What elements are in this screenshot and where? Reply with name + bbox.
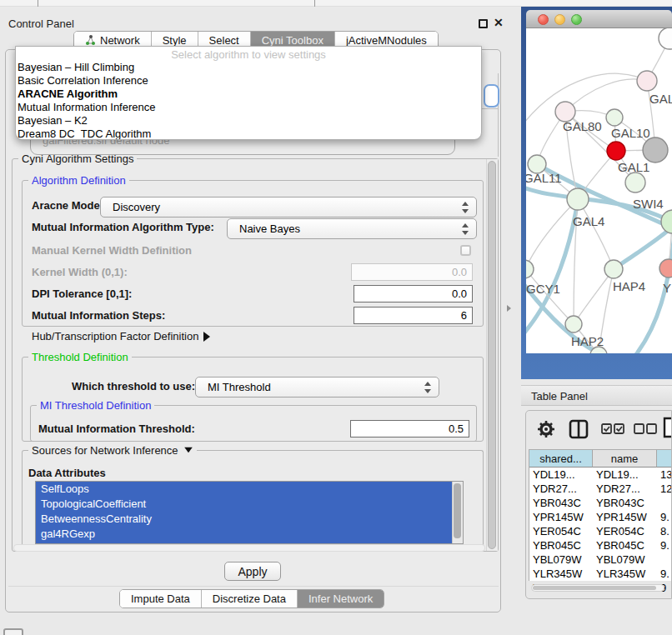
network-edge[interactable] bbox=[565, 79, 647, 112]
network-node-gcy1[interactable] bbox=[526, 260, 534, 278]
table-row[interactable]: YBR043CYBR043C bbox=[529, 496, 672, 510]
aracne-mode-value: Discovery bbox=[113, 201, 160, 213]
attribute-item[interactable]: BetweennessCentrality bbox=[36, 512, 454, 527]
gear-icon[interactable] bbox=[537, 419, 555, 439]
table-row[interactable]: YPR145WYPR145W9. bbox=[529, 510, 672, 524]
aracne-mode-combobox[interactable]: Discovery bbox=[100, 197, 477, 218]
network-node-swi4[interactable] bbox=[661, 210, 672, 233]
splitter-handle-icon[interactable] bbox=[507, 305, 511, 312]
taskbar-icon[interactable] bbox=[3, 628, 23, 635]
column-header[interactable] bbox=[657, 450, 672, 468]
attribute-item[interactable]: SelfLoops bbox=[36, 482, 454, 497]
table-row[interactable]: YDL19...YDL19...13 bbox=[529, 468, 672, 482]
network-node-gal10[interactable] bbox=[606, 109, 623, 126]
table-cell: 12 bbox=[657, 482, 672, 496]
tab-label: Network bbox=[100, 34, 140, 47]
mi-algorithm-type-combobox[interactable]: Naive Bayes bbox=[227, 218, 477, 239]
table-cell: YBL079W bbox=[529, 552, 593, 567]
table-cell: YBR043C bbox=[593, 496, 657, 510]
table-cell: 13 bbox=[657, 468, 672, 482]
table-cell: 9. bbox=[657, 510, 672, 524]
network-node[interactable] bbox=[643, 138, 668, 162]
attribute-list-scrollbar[interactable] bbox=[452, 482, 463, 543]
algorithm-option[interactable]: Basic Correlation Inference bbox=[16, 74, 481, 88]
table-cell: YDR27... bbox=[593, 482, 657, 496]
zoom-traffic-light[interactable] bbox=[571, 14, 582, 25]
close-traffic-light[interactable] bbox=[538, 14, 549, 25]
spinner-arrows-icon bbox=[462, 202, 469, 213]
mi-steps-field[interactable]: 6 bbox=[354, 307, 473, 324]
column-header[interactable]: shared... bbox=[529, 450, 593, 468]
node-label: GCY1 bbox=[526, 282, 560, 296]
table-cell: YDR27... bbox=[529, 482, 593, 496]
attribute-item[interactable]: gal4RGexp bbox=[36, 527, 454, 542]
hub-definition-expander[interactable]: Hub/Transcription Factor Definition bbox=[32, 330, 210, 342]
tab-discretize-data[interactable]: Discretize Data bbox=[202, 590, 298, 608]
table-cell: YPR145W bbox=[593, 510, 657, 524]
horizontal-scrollbar[interactable] bbox=[13, 544, 485, 552]
table-horizontal-scrollbar[interactable] bbox=[531, 584, 664, 592]
split-columns-icon[interactable] bbox=[569, 419, 589, 439]
data-attributes-list[interactable]: SelfLoopsTopologicalCoefficientBetweenne… bbox=[35, 481, 464, 544]
table-cell: YDL19... bbox=[593, 468, 657, 482]
algorithm-option[interactable]: Dream8 DC_TDC Algorithm bbox=[16, 128, 481, 140]
tab-infer-network[interactable]: Infer Network bbox=[298, 590, 384, 608]
attribute-list-scrollbar-thumb[interactable] bbox=[454, 483, 461, 538]
tab-impute-data[interactable]: Impute Data bbox=[120, 590, 202, 608]
which-threshold-combobox[interactable]: MI Threshold bbox=[195, 377, 439, 398]
algorithm-placeholder: Select algorithm to view settings bbox=[16, 48, 481, 61]
attribute-item[interactable]: TopologicalCoefficient bbox=[36, 497, 454, 512]
close-icon[interactable]: ✕ bbox=[494, 16, 504, 29]
table-panel-toolbar bbox=[526, 418, 672, 444]
node-label: HAP4 bbox=[613, 279, 645, 293]
table-row[interactable]: YER054CYER054C8. bbox=[529, 524, 672, 538]
node-table[interactable]: shared...name YDL19...YDL19...13YDR27...… bbox=[529, 449, 672, 581]
spinner-arrows-icon bbox=[424, 382, 431, 393]
column-header[interactable]: name bbox=[593, 450, 657, 468]
algorithm-option[interactable]: Bayesian – Hill Climbing bbox=[16, 61, 481, 74]
node-label: GAL1 bbox=[618, 160, 649, 174]
hidden-focused-combo-fragment bbox=[484, 84, 499, 108]
checked-pair-icon[interactable] bbox=[601, 423, 624, 435]
tab-label: Cyni Toolbox bbox=[262, 34, 323, 47]
network-node-hap2[interactable] bbox=[565, 316, 582, 332]
node-label: GAL11 bbox=[526, 171, 562, 185]
network-canvas[interactable]: GALGAL80GAL10GAL1GAL11GAL4SWI4GCY1HAP4YH… bbox=[526, 28, 672, 353]
network-edge[interactable] bbox=[578, 199, 614, 269]
kernel-width-label: Kernel Width (0,1): bbox=[32, 266, 128, 278]
panel-divider bbox=[8, 586, 499, 587]
network-node[interactable] bbox=[607, 142, 625, 160]
network-node-y[interactable] bbox=[659, 259, 672, 278]
network-node-gal4[interactable] bbox=[567, 188, 589, 210]
network-window-titlebar[interactable] bbox=[526, 10, 672, 28]
document-icon[interactable] bbox=[662, 416, 672, 439]
table-row[interactable]: YLR345WYLR345W9. bbox=[529, 567, 672, 581]
network-node-gal[interactable] bbox=[637, 71, 657, 91]
algorithm-option[interactable]: ARACNE Algorithm bbox=[16, 88, 481, 101]
sources-group-title[interactable]: Sources for Network Inference bbox=[28, 444, 197, 457]
network-node-hap4[interactable] bbox=[604, 260, 623, 278]
manual-kernel-checkbox[interactable] bbox=[460, 245, 471, 256]
table-cell: YLR345W bbox=[593, 567, 657, 581]
tab-label: Impute Data bbox=[131, 592, 190, 605]
table-row[interactable]: YDR27...YDR27...12 bbox=[529, 482, 672, 496]
algorithm-option[interactable]: Bayesian – K2 bbox=[16, 114, 481, 128]
float-window-icon[interactable] bbox=[479, 19, 488, 28]
network-node-gal1[interactable] bbox=[625, 172, 645, 192]
mi-threshold-label: Mutual Information Threshold: bbox=[38, 422, 195, 435]
minimize-traffic-light[interactable] bbox=[554, 14, 565, 25]
dpi-tolerance-field[interactable]: 0.0 bbox=[354, 285, 473, 302]
kernel-width-field[interactable]: 0.0 bbox=[351, 263, 473, 281]
apply-button[interactable]: Apply bbox=[224, 562, 281, 581]
table-row[interactable]: YBR045CYBR045C9. bbox=[529, 538, 672, 552]
table-cell: YER054C bbox=[593, 524, 657, 538]
settings-scrollbar-thumb[interactable] bbox=[488, 161, 496, 549]
algorithm-option[interactable]: Mutual Information Inference bbox=[16, 101, 481, 114]
network-node[interactable] bbox=[659, 28, 672, 49]
table-horizontal-scrollbar-thumb[interactable] bbox=[533, 586, 656, 590]
mi-threshold-field[interactable]: 0.5 bbox=[350, 420, 469, 438]
table-row[interactable]: YBL079WYBL079W bbox=[529, 552, 672, 567]
algorithm-dropdown-popup: Select algorithm to view settings Bayesi… bbox=[15, 46, 482, 140]
unchecked-pair-icon[interactable] bbox=[634, 423, 657, 435]
network-graph[interactable]: GALGAL80GAL10GAL1GAL11GAL4SWI4GCY1HAP4YH… bbox=[526, 28, 672, 353]
